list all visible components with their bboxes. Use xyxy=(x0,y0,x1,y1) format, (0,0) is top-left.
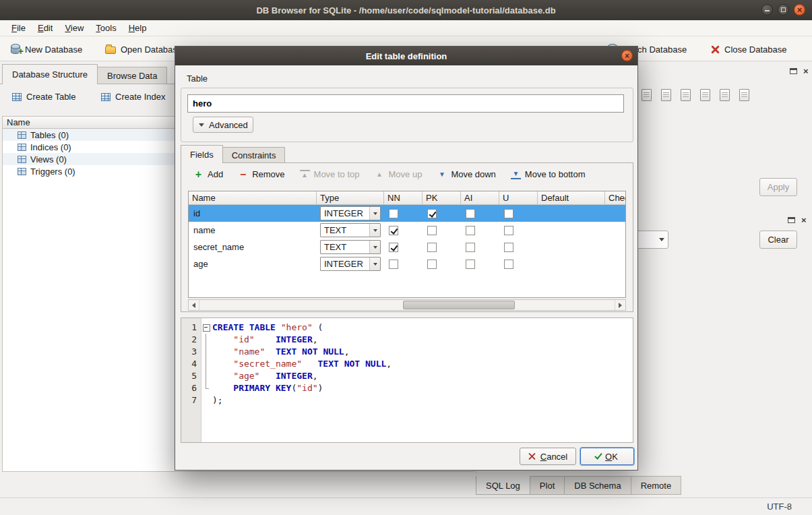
move-to-top-button[interactable]: ▲Move to top xyxy=(294,166,365,182)
tab-db-schema[interactable]: DB Schema xyxy=(564,476,631,495)
u-checkbox[interactable] xyxy=(504,226,513,235)
field-row-age[interactable]: ageINTEGER xyxy=(189,255,625,272)
cancel-button[interactable]: Cancel xyxy=(520,448,576,465)
table-name-input[interactable] xyxy=(187,94,624,113)
fields-toolbar: +Add−Remove▲Move to top▲Move up▼Move dow… xyxy=(188,166,590,182)
pk-checkbox[interactable] xyxy=(427,260,437,269)
horizontal-scrollbar[interactable] xyxy=(188,299,626,311)
pk-checkbox[interactable] xyxy=(427,209,437,218)
menu-tools[interactable]: Tools xyxy=(90,21,122,35)
field-name-cell[interactable]: secret_name xyxy=(189,239,317,255)
float-dock-icon[interactable] xyxy=(788,217,795,223)
advanced-toggle[interactable]: Advanced xyxy=(193,117,253,133)
tab-fields[interactable]: Fields xyxy=(181,145,223,163)
tab-database-structure[interactable]: Database Structure xyxy=(2,64,98,84)
field-row-name[interactable]: nameTEXT xyxy=(189,222,625,239)
field-name-cell[interactable]: name xyxy=(189,222,317,239)
import-icon[interactable] xyxy=(661,89,671,101)
column-header-pk[interactable]: PK xyxy=(423,191,461,204)
label: Remove xyxy=(252,169,284,179)
column-header-name[interactable]: Name xyxy=(189,191,317,204)
check-cell xyxy=(605,205,626,222)
field-name-cell[interactable]: id xyxy=(189,205,317,222)
create-table-button[interactable]: Create Table xyxy=(8,89,80,104)
u-checkbox[interactable] xyxy=(504,209,513,218)
type-combobox[interactable]: INTEGER xyxy=(320,257,381,271)
grid-icon[interactable] xyxy=(720,89,730,101)
menu-help[interactable]: Help xyxy=(123,21,153,35)
column-header-ai[interactable]: AI xyxy=(461,191,499,204)
tab-sql-log[interactable]: SQL Log xyxy=(476,476,530,495)
edit-icon[interactable] xyxy=(739,89,749,101)
column-header-type[interactable]: Type xyxy=(317,191,384,204)
add-button[interactable]: +Add xyxy=(188,166,228,182)
column-header-check[interactable]: Check xyxy=(605,191,626,204)
minimize-button[interactable] xyxy=(761,4,773,16)
pk-cell xyxy=(423,239,461,255)
nn-checkbox[interactable] xyxy=(389,226,398,235)
column-header-u[interactable]: U xyxy=(499,191,538,204)
nn-checkbox[interactable] xyxy=(389,260,398,269)
grid-header: NameTypeNNPKAIUDefaultCheck xyxy=(189,191,625,205)
menu-view[interactable]: View xyxy=(59,21,90,35)
type-combobox-value: INTEGER xyxy=(324,208,363,218)
export-icon[interactable] xyxy=(681,89,691,101)
move-up-button[interactable]: ▲Move up xyxy=(369,166,428,182)
move-down-button[interactable]: ▼Move down xyxy=(431,166,501,182)
chevron-down-icon xyxy=(369,207,380,220)
fold-marker xyxy=(201,382,212,394)
filter-icon[interactable] xyxy=(642,89,652,101)
create-index-button[interactable]: Create Index xyxy=(97,89,169,104)
float-dock-icon[interactable] xyxy=(790,68,797,74)
pk-checkbox[interactable] xyxy=(427,226,437,235)
dialog-close-button[interactable] xyxy=(621,50,633,61)
dialog-titlebar[interactable]: Edit table definition xyxy=(175,47,637,65)
sql-code: "name" TEXT NOT NULL, xyxy=(212,346,350,358)
new-database-button[interactable]: New Database xyxy=(7,40,86,58)
open-database-button[interactable]: Open Database xyxy=(101,40,186,58)
column-header-nn[interactable]: NN xyxy=(384,191,423,204)
close-database-button[interactable]: Close Database xyxy=(706,40,791,58)
ai-checkbox[interactable] xyxy=(466,209,475,218)
nn-checkbox[interactable] xyxy=(389,209,398,218)
menu-edit[interactable]: Edit xyxy=(32,21,59,35)
close-dock-icon[interactable] xyxy=(803,66,809,76)
move-to-bottom-button[interactable]: ▼Move to bottom xyxy=(505,166,591,182)
tab-plot[interactable]: Plot xyxy=(530,476,565,495)
scroll-left-arrow[interactable] xyxy=(189,300,199,310)
remove-button[interactable]: −Remove xyxy=(232,166,290,182)
fold-marker xyxy=(201,370,212,382)
maximize-button[interactable] xyxy=(778,4,789,16)
clear-button[interactable]: Clear xyxy=(759,231,797,249)
apply-button[interactable]: Apply xyxy=(759,178,797,196)
ai-cell xyxy=(461,255,499,272)
ai-checkbox[interactable] xyxy=(466,243,475,252)
ok-button[interactable]: OK xyxy=(580,448,634,465)
u-checkbox[interactable] xyxy=(504,260,513,269)
scroll-right-arrow[interactable] xyxy=(615,300,625,310)
window-titlebar[interactable]: DB Browser for SQLite - /home/user/code/… xyxy=(0,0,812,20)
field-name-cell[interactable]: age xyxy=(189,255,317,272)
field-row-id[interactable]: idINTEGER xyxy=(189,205,625,222)
menu-file[interactable]: File xyxy=(5,21,32,35)
ai-checkbox[interactable] xyxy=(466,260,475,269)
print-icon[interactable] xyxy=(700,89,710,101)
type-combobox[interactable]: INTEGER xyxy=(320,206,381,220)
field-row-secret-name[interactable]: secret_nameTEXT xyxy=(189,239,625,255)
tab-constraints[interactable]: Constraints xyxy=(222,147,286,163)
u-checkbox[interactable] xyxy=(504,243,513,252)
column-header-default[interactable]: Default xyxy=(538,191,605,204)
ai-checkbox[interactable] xyxy=(466,226,475,235)
tab-browse-data[interactable]: Browse Data xyxy=(97,67,167,84)
scroll-handle[interactable] xyxy=(403,301,515,309)
tree-item-label: Indices (0) xyxy=(30,142,71,152)
nn-cell xyxy=(384,255,423,272)
type-combobox[interactable]: TEXT xyxy=(320,223,381,237)
type-combobox[interactable]: TEXT xyxy=(320,240,381,254)
nn-checkbox[interactable] xyxy=(389,243,398,252)
tab-remote[interactable]: Remote xyxy=(631,476,682,495)
close-dock-icon[interactable] xyxy=(801,215,807,225)
pk-checkbox[interactable] xyxy=(427,243,437,252)
fold-marker[interactable] xyxy=(201,322,212,334)
close-button[interactable] xyxy=(794,4,805,16)
